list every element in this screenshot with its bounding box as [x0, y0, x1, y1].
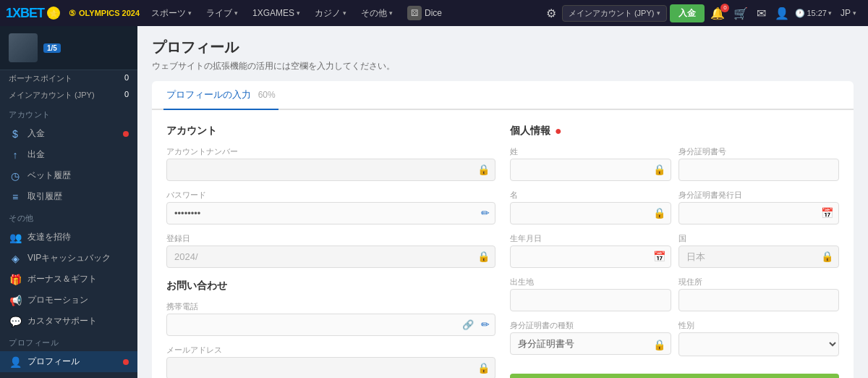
language-label: JP: [841, 8, 851, 18]
time-display[interactable]: 🕐 15:27 ▾: [795, 9, 832, 18]
language-selector[interactable]: JP ▾: [835, 8, 862, 18]
address-input[interactable]: [678, 289, 840, 311]
gender-select[interactable]: 男性 女性: [678, 332, 840, 356]
country-input[interactable]: [678, 245, 840, 268]
content-area: アカウント アカウントナンバー 🔒 パスワード ✏ 登録日: [152, 110, 854, 378]
lock-icon: 🔒: [821, 251, 833, 262]
nav-1xgames-label: 1XGAMES: [252, 8, 294, 18]
lock-icon: 🔒: [653, 207, 665, 219]
lock-icon: 🔒: [653, 339, 665, 350]
sidebar-promo-label: プロモーション: [27, 294, 129, 306]
sidebar-item-bet-history[interactable]: ◷ ベット履歴: [0, 165, 137, 186]
tab-label: プロフィールの入力: [166, 89, 251, 100]
sidebar-item-bonus[interactable]: 🎁 ボーナス＆ギフト: [0, 269, 137, 290]
progress-badge: 1/5: [43, 43, 61, 53]
firstname-input[interactable]: [510, 202, 671, 224]
account-title-text: アカウント: [166, 125, 217, 138]
password-input[interactable]: [166, 202, 495, 224]
main-account-label: メインアカウント (JPY): [9, 90, 95, 101]
sidebar-item-invite[interactable]: 👥 友達を招待: [0, 227, 137, 248]
nav-casino-label: カジノ: [315, 7, 341, 20]
settings-button[interactable]: ⚙: [543, 5, 559, 22]
dice-icon: ⚄: [407, 6, 422, 20]
id-type-input[interactable]: [510, 332, 671, 355]
sidebar-item-withdraw[interactable]: ↑ 出金: [0, 144, 137, 165]
password-group: パスワード ✏: [166, 190, 495, 224]
id-issue-date-group: 身分証明書発行日 📅: [678, 190, 840, 224]
country-label: 国: [678, 233, 840, 244]
tabs-bar: プロフィールの入力 60%: [152, 81, 854, 110]
name-row: 姓 🔒 身分証明書号: [510, 146, 839, 190]
password-label: パスワード: [166, 190, 495, 201]
bonus-points-value: 0: [124, 73, 129, 84]
birthdate-group: 生年月日 📅: [510, 233, 671, 268]
chevron-down-icon: ▾: [828, 9, 832, 17]
email-input[interactable]: [166, 357, 495, 378]
sidebar-item-profile[interactable]: 👤 プロフィール: [0, 351, 137, 372]
nav-live-label: ライブ: [206, 7, 232, 20]
top-navigation: 1XBET ⭐ ⑤ OLYMPICS 2024 スポーツ ▾ ライブ ▾ 1XG…: [0, 0, 868, 26]
nav-other-label: その他: [361, 7, 387, 20]
id-number-group: 身分証明書号: [678, 146, 840, 181]
email-group: メールアドレス 🔒: [166, 345, 495, 378]
lastname-input[interactable]: [510, 159, 671, 181]
account-menu-button[interactable]: メインアカウント (JPY) ▾: [562, 5, 668, 22]
gender-group: 性別 男性 女性: [678, 320, 840, 356]
tab-profile-input[interactable]: プロフィールの入力 60%: [163, 81, 278, 110]
sidebar-invite-label: 友達を招待: [27, 231, 129, 243]
sidebar-item-support[interactable]: 💬 カスタマサポート: [0, 311, 137, 332]
sidebar-profile-label: プロフィール: [27, 356, 117, 368]
sidebar-item-deposit[interactable]: $ 入金: [0, 123, 137, 144]
nav-casino[interactable]: カジノ ▾: [309, 7, 352, 20]
address-label: 現住所: [678, 277, 840, 287]
nav-other[interactable]: その他 ▾: [355, 7, 399, 20]
sidebar-bet-history-label: ベット履歴: [27, 169, 129, 182]
id-issue-date-input[interactable]: [678, 202, 840, 224]
birthdate-input[interactable]: [510, 245, 671, 268]
id-number-input[interactable]: [678, 159, 840, 181]
calendar-icon: 📅: [653, 251, 665, 262]
lastname-label: 姓: [510, 146, 671, 157]
user-profile-button[interactable]: 👤: [772, 5, 792, 22]
top-right-actions: ⚙ メインアカウント (JPY) ▾ 入金 🔔 0 🛒 ✉ 👤 🕐 15:27 …: [543, 4, 862, 22]
nav-sports[interactable]: スポーツ ▾: [145, 7, 197, 20]
messages-button[interactable]: ✉: [754, 5, 769, 22]
phone-input[interactable]: [166, 314, 495, 336]
time-value: 15:27: [807, 9, 827, 17]
cart-button[interactable]: 🛒: [731, 5, 751, 22]
nav-1xgames[interactable]: 1XGAMES ▾: [247, 8, 306, 18]
sidebar-item-transaction-history[interactable]: ≡ 取引履歴: [0, 186, 137, 207]
sidebar-item-promo[interactable]: 📢 プロモーション: [0, 290, 137, 311]
nav-live[interactable]: ライブ ▾: [200, 7, 244, 20]
sidebar-item-vip[interactable]: ◈ VIPキャッシュバック: [0, 248, 137, 269]
invite-icon: 👥: [9, 232, 22, 243]
sidebar-bonus-label: ボーナス＆ギフト: [27, 273, 129, 285]
chevron-down-icon: ▾: [234, 9, 238, 17]
deposit-button[interactable]: 入金: [670, 4, 705, 22]
sidebar-transaction-label: 取引履歴: [27, 190, 129, 203]
contact-section-title: お問い合わせ: [166, 280, 495, 293]
registration-date-group: 登録日 🔒: [166, 233, 495, 268]
olympics-banner[interactable]: ⑤ OLYMPICS 2024: [69, 9, 140, 18]
sidebar-vip-label: VIPキャッシュバック: [27, 252, 129, 264]
logo[interactable]: 1XBET ⭐: [6, 6, 60, 21]
sidebar-section-account: アカウント: [0, 104, 137, 123]
withdraw-icon: ↑: [9, 149, 22, 161]
chevron-down-icon: ▾: [297, 9, 300, 17]
id-type-gender-row: 身分証明書の種類 🔒 性別 男性 女性: [510, 320, 839, 365]
nav-dice[interactable]: ⚄ Dice: [401, 6, 448, 20]
lock-icon: 🔒: [653, 164, 665, 175]
sidebar-item-security[interactable]: 🔒 セキュリティ: [0, 372, 137, 378]
profile-icon: 👤: [9, 356, 22, 368]
chevron-down-icon: ▾: [343, 9, 346, 17]
clock-icon: 🕐: [795, 9, 805, 18]
sidebar-profile-section: 1/5: [0, 26, 137, 70]
registration-date-input[interactable]: [166, 245, 495, 268]
left-column: アカウント アカウントナンバー 🔒 パスワード ✏ 登録日: [166, 125, 495, 378]
main-content: プロフィール ウェブサイトの拡張機能の活用には空欄を入力してください。 プロフィ…: [137, 26, 868, 378]
id-number-label: 身分証明書号: [678, 146, 840, 157]
account-number-input[interactable]: [166, 159, 495, 181]
nav-sports-label: スポーツ: [151, 7, 186, 20]
birthplace-input[interactable]: [510, 289, 671, 311]
save-button[interactable]: 保存する: [510, 374, 839, 378]
